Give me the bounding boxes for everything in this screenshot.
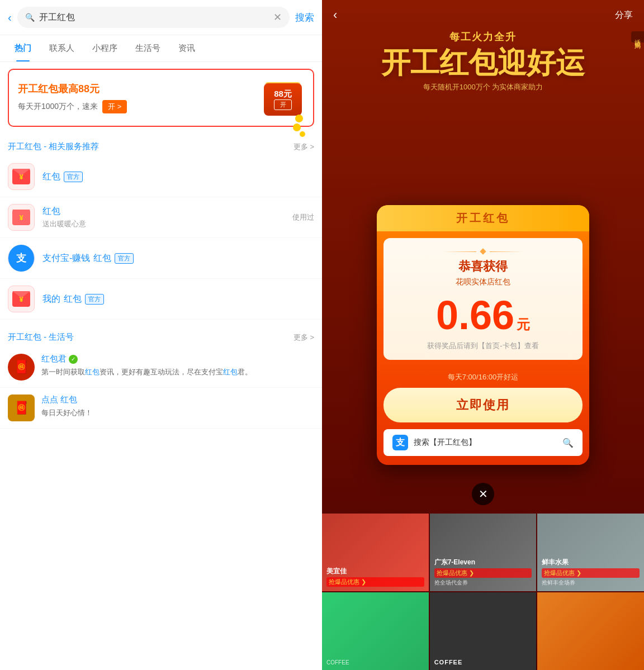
service-item-4[interactable]: ¥ 我的红包 官方 xyxy=(0,279,322,320)
congrats-title: 恭喜获得 xyxy=(395,258,571,275)
featured-open-button[interactable]: 开 > xyxy=(102,100,127,113)
featured-title-prefix: 开工红包 xyxy=(18,83,58,94)
life-name-highlight-2: 红包 xyxy=(60,395,77,405)
alipay-symbol-3: 支 xyxy=(16,251,26,265)
search-bar: ‹ 🔍 开工红包 ✕ 搜索 xyxy=(0,0,322,35)
service-name-text-1: 红包 xyxy=(42,171,60,183)
tabs-bar: 热门 联系人 小程序 生活号 资讯 xyxy=(0,35,322,62)
search-icon: 🔍 xyxy=(25,13,35,22)
right-panel: ‹ 分享 活动规则 每工火力全升 开工红包迎好运 每天随机开1000万个 为实体… xyxy=(322,0,644,670)
card-body: 恭喜获得 花呗实体店红包 0.66 元 获得奖品后请到【首页-卡包】查看 xyxy=(383,238,583,360)
life-item-2[interactable]: 🧧 点点红包 每日天好心情！ xyxy=(0,388,322,429)
life-name-1: 红包君 ✓ xyxy=(41,354,314,364)
congrats-subtitle: 花呗实体店红包 xyxy=(395,277,571,287)
back-button[interactable]: ‹ xyxy=(8,11,12,24)
life-name-text-2: 点点 xyxy=(41,395,58,405)
alipay-icon: 支 xyxy=(392,435,408,450)
services-more-button[interactable]: 更多 > xyxy=(293,142,314,152)
popup-overlay: 开工红包 恭喜获得 花呗实体店红包 0.66 元 获得奖品后请到【首页-卡包】查… xyxy=(322,0,644,670)
amount-display: 0.66 元 xyxy=(395,295,571,335)
diamond-line-right xyxy=(490,251,523,252)
diamond-icon xyxy=(480,248,486,254)
tab-life[interactable]: 生活号 xyxy=(126,35,169,61)
tab-news[interactable]: 资讯 xyxy=(169,35,204,61)
life-avatar-icon-1: 🧧 xyxy=(14,360,29,374)
service-icon-4: ¥ xyxy=(8,286,35,312)
use-button[interactable]: 立即使用 xyxy=(383,388,583,422)
service-list: ¥ 红包 官方 ¥ 红包 xyxy=(0,156,322,320)
life-name-text-1: 红包君 xyxy=(41,354,67,364)
left-panel: ‹ 🔍 开工红包 ✕ 搜索 热门 联系人 小程序 生活号 资讯 开工红包最高88… xyxy=(0,0,322,670)
featured-subtitle-text: 每天开1000万个，速来 xyxy=(18,102,98,112)
services-section-title: 开工红包 - 相关服务推荐 xyxy=(8,141,99,152)
search-button[interactable]: 搜索 xyxy=(295,11,314,24)
envelope-open-label: 开 xyxy=(274,99,292,110)
close-icon: ✕ xyxy=(479,487,488,501)
life-avatar-icon-2: 🧧 xyxy=(14,401,29,415)
official-badge-1: 官方 xyxy=(64,172,83,182)
service-info-4: 我的红包 官方 xyxy=(42,293,314,305)
service-icon-2: ¥ xyxy=(8,204,35,231)
life-section-header: 开工红包 - 生活号 更多 > xyxy=(0,324,322,347)
tab-hot[interactable]: 热门 xyxy=(6,35,40,61)
official-badge-4: 官方 xyxy=(85,294,104,305)
life-section: 开工红包 - 生活号 更多 > 🧧 红包君 ✓ 第一时间获取红包资讯，更好有趣互… xyxy=(0,324,322,429)
coin-2 xyxy=(293,123,301,131)
service-name-4: 我的红包 官方 xyxy=(42,293,314,305)
service-info-3: 支付宝-赚钱红包 官方 xyxy=(42,253,314,264)
search-box-text: 搜索【开工红包】 xyxy=(414,438,557,448)
red-envelope-icon-4: ¥ xyxy=(12,291,30,307)
rmb-symbol-4: ¥ xyxy=(19,295,23,303)
service-name-highlight-4: 红包 xyxy=(64,293,82,305)
amount-number: 0.66 xyxy=(436,295,514,335)
life-avatar-1: 🧧 xyxy=(8,354,35,381)
coin-3 xyxy=(300,131,305,137)
envelope-body: 88元 开 xyxy=(264,83,302,116)
life-more-button[interactable]: 更多 > xyxy=(293,332,314,343)
service-name-text-4: 我的 xyxy=(42,293,60,305)
service-item-3[interactable]: 支 支付宝-赚钱红包 官方 xyxy=(0,238,322,279)
service-desc-2: 送出暖暖心意 xyxy=(42,219,285,229)
service-info-1: 红包 官方 xyxy=(42,171,314,183)
featured-card[interactable]: 开工红包最高88元 每天开1000万个，速来 开 > 88元 开 xyxy=(8,69,314,127)
service-item-2[interactable]: ¥ 红包 送出暖暖心意 使用过 xyxy=(0,197,322,238)
qr-icon-3: 支 xyxy=(8,245,34,272)
service-name-highlight-3: 红包 xyxy=(93,253,111,264)
life-avatar-2: 🧧 xyxy=(8,395,35,421)
amount-unit: 元 xyxy=(517,316,530,334)
search-box-bottom[interactable]: 支 搜索【开工红包】 🔍 xyxy=(383,429,583,456)
amount-note: 获得奖品后请到【首页-卡包】查看 xyxy=(395,341,571,351)
coin-1 xyxy=(295,115,303,122)
alipay-symbol: 支 xyxy=(396,437,405,449)
tab-contacts[interactable]: 联系人 xyxy=(40,35,83,61)
featured-subtitle: 每天开1000万个，速来 开 > xyxy=(18,100,127,113)
red-envelope-icon-1: ¥ xyxy=(12,169,30,184)
service-name-text-3: 支付宝-赚钱 xyxy=(42,253,90,264)
card-header: 开工红包 xyxy=(377,205,589,231)
life-info-1: 红包君 ✓ 第一时间获取红包资讯，更好有趣互动玩法，尽在支付宝红包君。 xyxy=(41,354,314,378)
tab-miniapp[interactable]: 小程序 xyxy=(83,35,126,61)
official-badge-3: 官方 xyxy=(115,253,134,264)
life-section-title: 开工红包 - 生活号 xyxy=(8,332,74,343)
left-scroll-area: 开工红包最高88元 每天开1000万个，速来 开 > 88元 开 xyxy=(0,62,322,670)
diamond-decoration xyxy=(395,249,571,254)
featured-title-highlight: 最高88元 xyxy=(58,83,100,94)
service-item-1[interactable]: ¥ 红包 官方 xyxy=(0,156,322,197)
service-name-3: 支付宝-赚钱红包 官方 xyxy=(42,253,314,264)
life-name-2: 点点红包 xyxy=(41,395,314,405)
rmb-symbol-1: ¥ xyxy=(19,173,23,181)
life-item-1[interactable]: 🧧 红包君 ✓ 第一时间获取红包资讯，更好有趣互动玩法，尽在支付宝红包君。 xyxy=(0,347,322,388)
envelope-amount: 88元 xyxy=(274,89,292,99)
service-icon-3: 支 xyxy=(8,245,35,272)
search-input[interactable]: 开工红包 xyxy=(39,12,269,23)
clear-button[interactable]: ✕ xyxy=(273,11,282,23)
services-section-header: 开工红包 - 相关服务推荐 更多 > xyxy=(0,134,322,156)
life-desc-2: 每日天好心情！ xyxy=(41,407,314,419)
popup-card: 开工红包 恭喜获得 花呗实体店红包 0.66 元 获得奖品后请到【首页-卡包】查… xyxy=(377,205,589,465)
life-desc-1: 第一时间获取红包资讯，更好有趣互动玩法，尽在支付宝红包君。 xyxy=(41,367,314,378)
verified-icon-1: ✓ xyxy=(69,355,78,364)
envelope-text: 88元 开 xyxy=(274,89,292,110)
service-icon-1: ¥ xyxy=(8,163,35,190)
close-button[interactable]: ✕ xyxy=(472,483,494,505)
search-box-icon: 🔍 xyxy=(562,438,574,448)
